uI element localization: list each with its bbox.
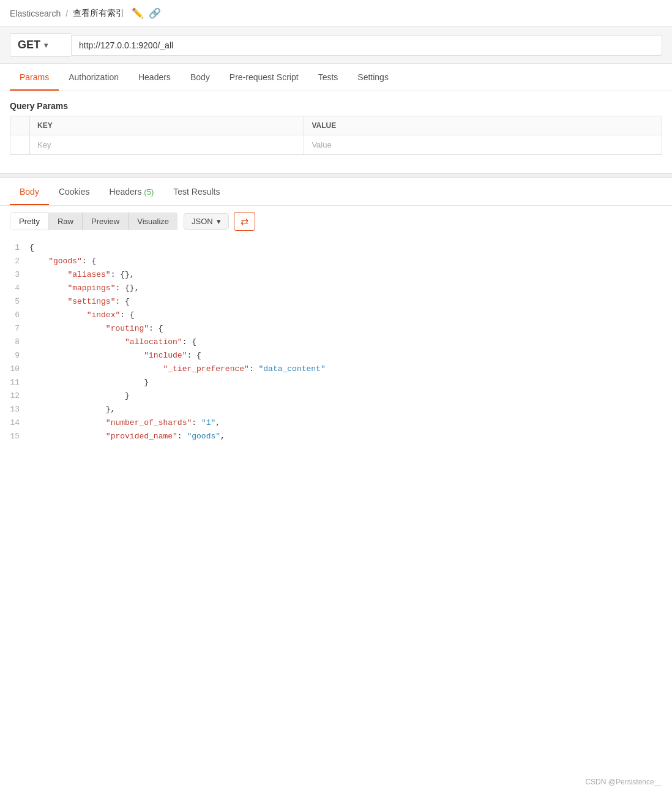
line-content-10: "_tier_preference": "data_content" bbox=[29, 363, 672, 376]
line-content-12: } bbox=[29, 390, 672, 403]
line-num-5: 5 bbox=[0, 296, 29, 309]
line-num-2: 2 bbox=[0, 255, 29, 268]
tab-body[interactable]: Body bbox=[181, 64, 220, 91]
line-content-2: "goods": { bbox=[29, 255, 672, 268]
url-input[interactable] bbox=[71, 35, 662, 56]
param-key-cell[interactable]: Key bbox=[30, 135, 304, 155]
json-line-6: 6 "index": { bbox=[0, 309, 672, 323]
value-col-header: VALUE bbox=[304, 116, 662, 135]
response-tab-headers[interactable]: Headers (5) bbox=[100, 178, 164, 205]
param-row-empty: Key Value bbox=[10, 135, 662, 155]
json-line-5: 5 "settings": { bbox=[0, 296, 672, 309]
line-content-9: "include": { bbox=[29, 350, 672, 362]
breadcrumb-icons: ✏️ 🔗 bbox=[132, 7, 161, 19]
visualize-button[interactable]: Visualize bbox=[129, 212, 177, 230]
tab-authorization[interactable]: Authorization bbox=[59, 64, 129, 91]
request-bar: GET ▾ bbox=[0, 27, 672, 64]
response-tabs-container: Body Cookies Headers (5) Test Results bbox=[0, 178, 672, 206]
link-icon[interactable]: 🔗 bbox=[149, 7, 161, 19]
line-content-14: "number_of_shards": "1", bbox=[29, 417, 672, 430]
json-viewer: 1 { 2 "goods": { 3 "aliases": {}, 4 "map… bbox=[0, 237, 672, 449]
line-content-3: "aliases": {}, bbox=[29, 269, 672, 282]
format-toolbar: Pretty Raw Preview Visualize JSON ▾ ⇄ bbox=[0, 206, 672, 237]
pretty-button[interactable]: Pretty bbox=[10, 212, 49, 230]
headers-badge: (5) bbox=[144, 187, 154, 197]
tab-tests[interactable]: Tests bbox=[308, 64, 348, 91]
line-num-12: 12 bbox=[0, 390, 29, 403]
raw-button[interactable]: Raw bbox=[49, 212, 83, 230]
request-tabs-container: Params Authorization Headers Body Pre-re… bbox=[0, 64, 672, 91]
json-selector[interactable]: JSON ▾ bbox=[184, 213, 229, 230]
json-label: JSON bbox=[192, 217, 213, 226]
request-tabs: Params Authorization Headers Body Pre-re… bbox=[10, 64, 662, 91]
json-line-4: 4 "mappings": {}, bbox=[0, 282, 672, 296]
line-num-15: 15 bbox=[0, 430, 29, 443]
json-line-2: 2 "goods": { bbox=[0, 255, 672, 269]
response-tab-cookies[interactable]: Cookies bbox=[49, 178, 100, 205]
breadcrumb-separator: / bbox=[65, 9, 68, 18]
method-label: GET bbox=[18, 39, 40, 51]
response-tab-test-results[interactable]: Test Results bbox=[163, 178, 230, 205]
json-line-14: 14 "number_of_shards": "1", bbox=[0, 417, 672, 430]
json-line-9: 9 "include": { bbox=[0, 350, 672, 363]
response-tab-body[interactable]: Body bbox=[10, 178, 49, 205]
checkbox-col-header bbox=[10, 116, 30, 135]
line-content-15: "provided_name": "goods", bbox=[29, 430, 672, 443]
line-num-11: 11 bbox=[0, 377, 29, 389]
json-line-7: 7 "routing": { bbox=[0, 323, 672, 336]
edit-icon[interactable]: ✏️ bbox=[132, 7, 144, 19]
line-num-1: 1 bbox=[0, 242, 29, 255]
json-line-13: 13 }, bbox=[0, 404, 672, 417]
line-num-7: 7 bbox=[0, 323, 29, 336]
params-table: KEY VALUE Key Value bbox=[10, 116, 662, 155]
param-value-cell[interactable]: Value bbox=[304, 135, 662, 155]
line-content-7: "routing": { bbox=[29, 323, 672, 336]
line-num-10: 10 bbox=[0, 363, 29, 376]
line-num-9: 9 bbox=[0, 350, 29, 362]
tab-settings[interactable]: Settings bbox=[348, 64, 398, 91]
preview-button[interactable]: Preview bbox=[83, 212, 129, 230]
tab-headers[interactable]: Headers bbox=[129, 64, 181, 91]
tab-pre-request-script[interactable]: Pre-request Script bbox=[220, 64, 308, 91]
line-num-13: 13 bbox=[0, 404, 29, 416]
app-name[interactable]: Elasticsearch bbox=[10, 9, 61, 18]
key-col-header: KEY bbox=[30, 116, 304, 135]
method-selector[interactable]: GET ▾ bbox=[10, 33, 71, 57]
json-line-3: 3 "aliases": {}, bbox=[0, 269, 672, 282]
json-line-11: 11 } bbox=[0, 377, 672, 390]
line-num-6: 6 bbox=[0, 309, 29, 322]
line-content-13: }, bbox=[29, 404, 672, 416]
json-line-15: 15 "provided_name": "goods", bbox=[0, 430, 672, 444]
breadcrumb-bar: Elasticsearch / 查看所有索引 ✏️ 🔗 bbox=[0, 0, 672, 27]
page-name: 查看所有索引 bbox=[73, 8, 124, 19]
wrap-icon: ⇄ bbox=[241, 216, 248, 227]
line-num-3: 3 bbox=[0, 269, 29, 282]
line-content-8: "allocation": { bbox=[29, 336, 672, 349]
wrap-button[interactable]: ⇄ bbox=[234, 212, 255, 231]
param-checkbox-cell bbox=[10, 135, 30, 155]
response-tabs: Body Cookies Headers (5) Test Results bbox=[10, 178, 662, 205]
line-num-14: 14 bbox=[0, 417, 29, 430]
format-btn-group: Pretty Raw Preview Visualize bbox=[10, 212, 177, 230]
line-num-4: 4 bbox=[0, 282, 29, 295]
json-line-8: 8 "allocation": { bbox=[0, 336, 672, 350]
method-chevron-icon: ▾ bbox=[44, 41, 48, 50]
line-content-4: "mappings": {}, bbox=[29, 282, 672, 295]
panel-divider bbox=[0, 173, 672, 178]
line-content-6: "index": { bbox=[29, 309, 672, 322]
json-chevron-icon: ▾ bbox=[217, 217, 221, 226]
tab-params[interactable]: Params bbox=[10, 64, 59, 91]
line-content-11: } bbox=[29, 377, 672, 389]
json-line-12: 12 } bbox=[0, 390, 672, 404]
json-line-1: 1 { bbox=[0, 242, 672, 255]
line-content-5: "settings": { bbox=[29, 296, 672, 309]
line-content-1: { bbox=[29, 242, 672, 255]
line-num-8: 8 bbox=[0, 336, 29, 349]
json-line-10: 10 "_tier_preference": "data_content" bbox=[0, 363, 672, 377]
query-params-title: Query Params bbox=[0, 91, 672, 116]
